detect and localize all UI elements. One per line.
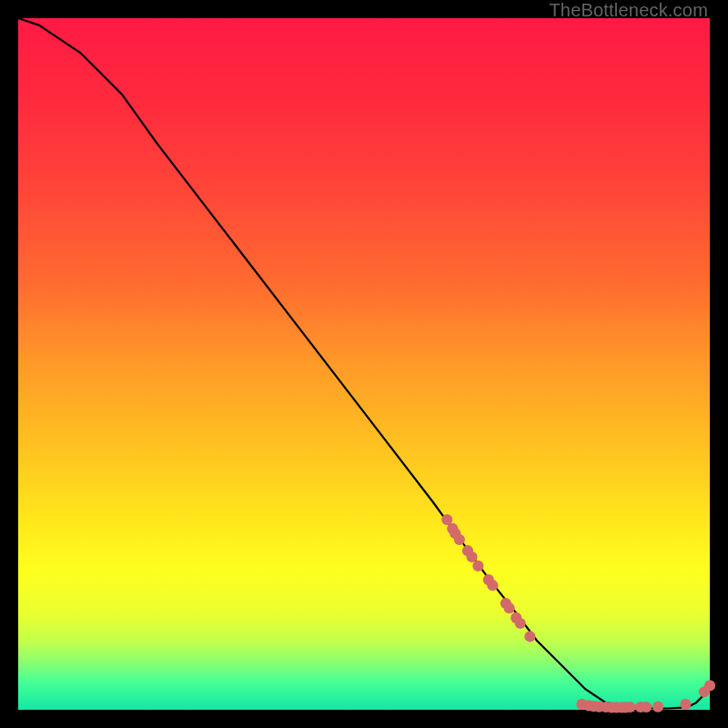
data-point — [515, 618, 526, 629]
data-point — [466, 551, 477, 562]
data-point — [652, 702, 663, 713]
data-point — [454, 534, 465, 545]
data-point — [504, 602, 515, 613]
chart-svg — [18, 18, 710, 710]
bottleneck-curve — [18, 18, 710, 708]
chart-stage: TheBottleneck.com — [0, 0, 728, 728]
data-point — [487, 580, 498, 591]
watermark-text: TheBottleneck.com — [549, 0, 708, 21]
data-point — [704, 680, 715, 691]
data-point — [680, 699, 691, 710]
plot-area — [18, 18, 710, 710]
data-point — [625, 702, 636, 713]
data-point — [472, 561, 483, 571]
data-point — [641, 702, 652, 713]
data-point — [524, 631, 535, 642]
